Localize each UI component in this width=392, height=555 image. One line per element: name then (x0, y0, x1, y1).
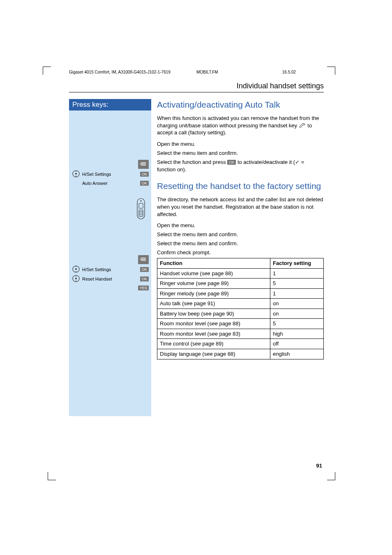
svg-rect-7 (139, 203, 143, 208)
svg-point-4 (75, 173, 77, 175)
doc-id: Gigaset 4015 Comfort, IM, A31008-G4015-J… (69, 70, 180, 74)
page-number: 91 (316, 463, 322, 469)
step-open-menu: Open the menu. (157, 140, 324, 148)
left-hset-settings: H/Set Settings (81, 172, 140, 177)
section-title: Individual handset settings (69, 82, 324, 92)
table-row: Room monitor level (see page 88)5 (157, 319, 324, 329)
auto-talk-heading: Activating/deactivating Auto Talk (157, 99, 324, 111)
yes-badge: YES (138, 286, 149, 290)
table-header-setting: Factory setting (270, 258, 324, 269)
press-keys-header: Press keys: (69, 99, 151, 111)
left-reset-handset: Reset Handset (81, 276, 140, 281)
setting-cell: 1 (270, 268, 324, 279)
table-row: Room monitor level (see page 83)high (157, 329, 324, 339)
table-row: Ringer melody (see page 89)1 (157, 288, 324, 299)
setting-cell: high (270, 329, 324, 339)
step-activate: Select the function and press OK to acti… (157, 159, 324, 173)
function-cell: Time control (see page 89) (157, 339, 270, 349)
menu-key-icon (138, 255, 149, 264)
reset-heading: Resetting the handset to the factory set… (157, 180, 324, 192)
function-cell: Auto talk (see page 91) (157, 299, 270, 309)
setting-cell: on (270, 309, 324, 319)
auto-talk-intro: When this function is activated you can … (157, 115, 324, 136)
setting-cell: 5 (270, 279, 324, 289)
step-confirm-prompt: Confirm check prompt. (157, 249, 324, 256)
svg-point-18 (75, 278, 77, 279)
setting-cell: on (270, 299, 324, 309)
function-cell: Handset volume (see page 88) (157, 268, 270, 279)
svg-point-6 (141, 200, 142, 202)
function-cell: Room monitor level (see page 83) (157, 329, 270, 339)
step-select-confirm: Select the menu item and confirm. (157, 150, 324, 157)
factory-settings-table: Function Factory setting Handset volume … (157, 258, 324, 359)
setting-cell: off (270, 339, 324, 349)
step-open-menu-2: Open the menu. (157, 222, 324, 229)
function-cell: Ringer melody (see page 89) (157, 288, 270, 299)
ok-badge: OK (140, 267, 149, 272)
date: 16.5.02 (282, 70, 324, 74)
setting-cell: english (270, 349, 324, 359)
setting-cell: 1 (270, 288, 324, 299)
table-header-function: Function (157, 258, 270, 269)
ok-badge: OK (140, 276, 149, 281)
nav-disc-icon (71, 265, 81, 274)
header-meta: Gigaset 4015 Comfort, IM, A31008-G4015-J… (69, 70, 324, 74)
ok-badge: OK (140, 181, 149, 186)
step-select-2: Select the menu item and confirm. (157, 240, 324, 247)
nav-disc-icon (71, 275, 81, 283)
table-row: Time control (see page 89)off (157, 339, 324, 349)
reset-intro: The directory, the network access list a… (157, 196, 324, 218)
body-text: Activating/deactivating Auto Talk When t… (151, 99, 324, 416)
ok-badge: OK (140, 172, 149, 177)
function-cell: Battery low beep (see page 90) (157, 309, 270, 319)
table-row: Auto talk (see page 91)on (157, 299, 324, 309)
left-hset-settings-2: H/Set Settings (81, 267, 140, 272)
function-cell: Ringer volume (see page 89) (157, 279, 270, 289)
handset-icon (136, 198, 146, 221)
left-auto-answer: Auto Answer (81, 181, 140, 186)
talk-key-icon (299, 122, 308, 129)
menu-key-icon (138, 160, 149, 169)
step-select-1: Select the menu item and confirm. (157, 231, 324, 238)
press-keys-column: Press keys: H/Set Settings (69, 99, 151, 416)
file-name: MOBILT.FM (196, 70, 266, 74)
setting-cell: 5 (270, 319, 324, 329)
nav-disc-icon (71, 170, 81, 178)
table-row: Ringer volume (see page 89)5 (157, 279, 324, 289)
table-row: Display language (see page 88)english (157, 349, 324, 359)
svg-point-16 (75, 268, 77, 270)
table-row: Battery low beep (see page 90)on (157, 309, 324, 319)
ok-inline-badge: OK (227, 160, 236, 165)
function-cell: Room monitor level (see page 88) (157, 319, 270, 329)
table-row: Handset volume (see page 88)1 (157, 268, 324, 279)
function-cell: Display language (see page 88) (157, 349, 270, 359)
